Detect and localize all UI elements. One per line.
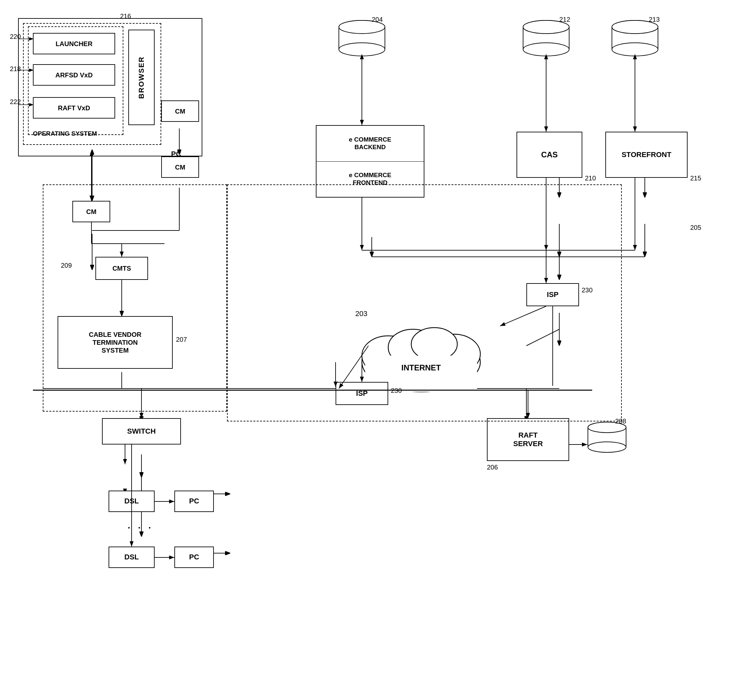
switch-box: SWITCH	[102, 418, 181, 444]
arfsd-label: ARFSD VxD	[55, 71, 92, 79]
ref-209: 209	[61, 262, 72, 269]
dsl1-label: DSL	[124, 497, 139, 505]
cm-center-top-box: CM	[161, 100, 199, 122]
ref-215: 215	[690, 175, 701, 182]
cm-center-top-label: CM	[175, 107, 185, 115]
cas-box: CAS	[516, 132, 582, 178]
ref-213: 213	[649, 16, 660, 24]
dsl2-box: DSL	[109, 547, 155, 568]
pc-ref: 216	[120, 13, 131, 20]
launcher-box: LAUNCHER	[33, 33, 115, 54]
cylinder-204	[336, 20, 388, 59]
ref-218: 218	[10, 65, 21, 73]
svg-point-60	[523, 43, 569, 56]
browser-label: BROWSER	[137, 56, 146, 99]
arfsd-box: ARFSD VxD	[33, 64, 115, 85]
ref-212: 212	[559, 16, 570, 24]
browser-box: BROWSER	[128, 29, 155, 125]
ref-205: 205	[690, 224, 701, 231]
storefront-box: STOREFRONT	[605, 132, 688, 178]
dsl2-label: DSL	[124, 553, 139, 562]
launcher-label: LAUNCHER	[56, 40, 92, 48]
ref-207: 207	[176, 336, 187, 343]
dsl1-box: DSL	[109, 491, 155, 512]
switch-label: SWITCH	[127, 427, 156, 435]
ref-222: 222	[10, 98, 21, 106]
pc-dsl1-box: PC	[175, 491, 214, 512]
cable-area-box	[43, 184, 227, 412]
cas-label: CAS	[541, 150, 558, 160]
raft-vxd-box: RAFT VxD	[33, 97, 115, 119]
raft-vxd-label: RAFT VxD	[58, 104, 90, 112]
cm-center-box: CM	[161, 156, 199, 178]
cylinder-208	[585, 421, 628, 456]
cable-vendor-box: CABLE VENDOR TERMINATION SYSTEM	[57, 316, 173, 369]
raft-server-box: RAFT SERVER	[487, 418, 569, 461]
ref-206: 206	[487, 463, 498, 471]
ecommerce-backend-label: e COMMERCE BACKEND	[349, 136, 392, 151]
diagram: PC 216 OPERATING SYSTEM LAUNCHER ARFSD V…	[0, 0, 732, 700]
cmts-box: CMTS	[95, 257, 148, 280]
internet-area-box	[227, 184, 622, 421]
svg-point-66	[612, 43, 658, 56]
pc-dsl2-box: PC	[175, 547, 214, 568]
cylinder-213	[609, 20, 661, 59]
svg-point-54	[339, 43, 385, 56]
cable-vendor-label: CABLE VENDOR TERMINATION SYSTEM	[89, 331, 141, 354]
cmts-label: CMTS	[113, 265, 131, 272]
ref-210: 210	[585, 175, 596, 182]
pc-dsl2-label: PC	[189, 553, 200, 562]
svg-point-102	[588, 442, 626, 452]
raft-server-label: RAFT SERVER	[513, 431, 543, 449]
storefront-label: STOREFRONT	[622, 150, 671, 159]
cm-center-label: CM	[175, 163, 185, 171]
ref-204: 204	[372, 16, 383, 24]
ref-220: 220	[10, 33, 21, 41]
pc-dsl1-label: PC	[189, 497, 200, 505]
cylinder-212	[520, 20, 572, 59]
